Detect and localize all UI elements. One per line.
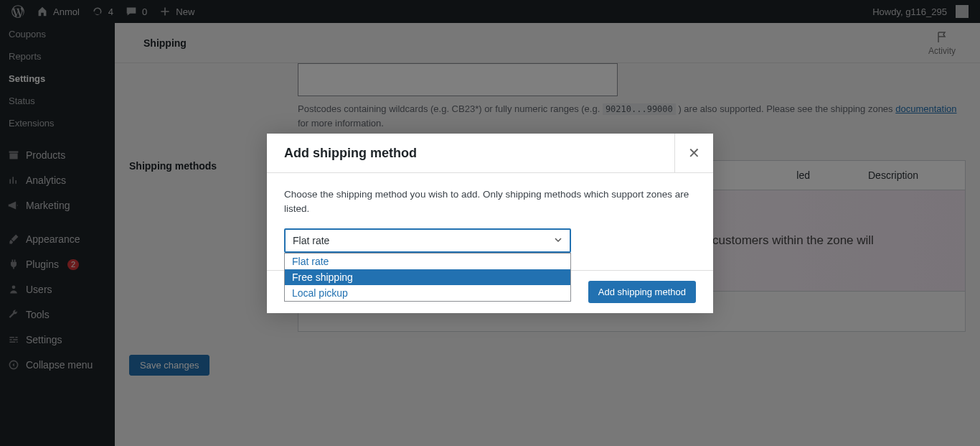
select-option-free-shipping[interactable]: Free shipping [285,269,570,285]
modal-header: Add shipping method ✕ [267,134,713,173]
select-box[interactable]: Flat rate [284,228,571,253]
modal-description: Choose the shipping method you wish to a… [284,187,696,217]
add-shipping-method-button[interactable]: Add shipping method [588,281,696,303]
modal-close-button[interactable]: ✕ [674,134,713,172]
modal-title: Add shipping method [267,134,434,172]
select-value: Flat rate [293,235,329,246]
select-dropdown: Flat rate Free shipping Local pickup [284,253,571,302]
select-option-local-pickup[interactable]: Local pickup [285,285,570,301]
shipping-method-select[interactable]: Flat rate Flat rate Free shipping Local … [284,228,571,253]
close-icon: ✕ [688,144,700,162]
chevron-down-icon [554,235,562,246]
modal-body: Choose the shipping method you wish to a… [267,173,713,270]
select-option-flat-rate[interactable]: Flat rate [285,254,570,269]
add-shipping-method-modal: Add shipping method ✕ Choose the shippin… [267,134,713,313]
